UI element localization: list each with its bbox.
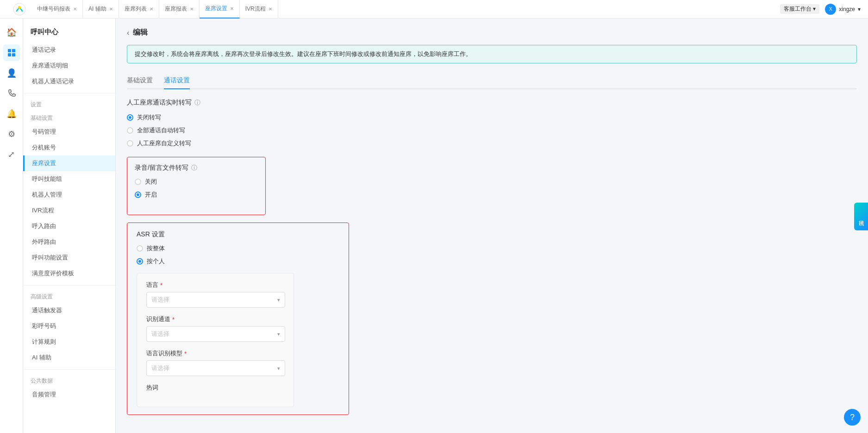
transfer-option-2[interactable]: 人工座席自定义转写 bbox=[127, 139, 857, 148]
asr-option-personal[interactable]: 按个人 bbox=[137, 257, 339, 266]
tab-call-settings[interactable]: 通话设置 bbox=[164, 73, 190, 89]
tab-basic-settings[interactable]: 基础设置 bbox=[127, 73, 153, 89]
dropdown-arrow-icon: ▾ bbox=[813, 6, 816, 12]
realtime-transfer-label: 人工座席通话实时转写 ⓘ bbox=[127, 99, 857, 107]
workspace-badge[interactable]: 客服工作台 ▾ bbox=[780, 4, 819, 14]
channel-select[interactable]: 请选择 ▾ bbox=[146, 326, 285, 342]
sidebar-item-robot-call-records[interactable]: 机器人通话记录 bbox=[23, 74, 115, 89]
model-select[interactable]: 请选择 ▾ bbox=[146, 360, 285, 376]
nav-expand[interactable]: ⤢ bbox=[3, 146, 20, 163]
sidebar-item-outbound-route[interactable]: 外呼路由 bbox=[23, 234, 115, 250]
sidebar-item-agent-settings[interactable]: 座席设置 bbox=[23, 155, 115, 171]
tab-close-icon[interactable]: ✕ bbox=[269, 6, 272, 12]
sidebar-item-agent-call-detail[interactable]: 座席通话明细 bbox=[23, 58, 115, 74]
tab-close-icon[interactable]: ✕ bbox=[109, 6, 113, 12]
divider3 bbox=[23, 369, 115, 370]
icon-nav: 🏠 👤 🔔 ⚙ ⤢ bbox=[0, 19, 23, 433]
svg-rect-5 bbox=[12, 53, 15, 56]
tab-ivr-flow[interactable]: IVR流程 ✕ bbox=[240, 0, 278, 19]
model-label: 语言识别模型 * bbox=[146, 349, 284, 358]
sidebar-item-calc-rule[interactable]: 计算规则 bbox=[23, 334, 115, 350]
radio-unchecked-icon bbox=[127, 140, 133, 147]
svg-point-0 bbox=[13, 3, 25, 15]
topbar: 中继号码报表 ✕ AI 辅助 ✕ 座席列表 ✕ 座席报表 ✕ 座席设置 ✕ IV… bbox=[0, 0, 868, 19]
logo-icon bbox=[13, 3, 26, 16]
sidebar-item-skill-group[interactable]: 呼叫技能组 bbox=[23, 171, 115, 187]
tab-close-icon[interactable]: ✕ bbox=[230, 6, 234, 11]
transfer-option-0[interactable]: 关闭转写 bbox=[127, 113, 857, 122]
nav-grid[interactable] bbox=[3, 44, 20, 61]
section-basic-sub: 基础设置 bbox=[23, 111, 115, 124]
nav-user[interactable]: 👤 bbox=[3, 65, 20, 81]
channel-label: 识别通道 * bbox=[146, 315, 284, 323]
tab-agent-settings[interactable]: 座席设置 ✕ bbox=[200, 0, 240, 19]
sidebar-item-robot-mgmt[interactable]: 机器人管理 bbox=[23, 187, 115, 203]
required-star: * bbox=[172, 316, 175, 323]
tab-agent-list[interactable]: 座席列表 ✕ bbox=[119, 0, 159, 19]
sidebar-title: 呼叫中心 bbox=[23, 24, 115, 42]
svg-rect-3 bbox=[12, 49, 15, 52]
tab-close-icon[interactable]: ✕ bbox=[190, 6, 194, 12]
section-public: 公共数据 bbox=[23, 373, 115, 387]
language-label: 语言 * bbox=[146, 281, 284, 289]
sidebar-item-ai-assist[interactable]: AI 辅助 bbox=[23, 350, 115, 365]
recording-option-close[interactable]: 关闭 bbox=[135, 178, 258, 186]
sidebar-item-satisfaction[interactable]: 满意度评价模板 bbox=[23, 266, 115, 281]
tabs-bar: 中继号码报表 ✕ AI 辅助 ✕ 座席列表 ✕ 座席报表 ✕ 座席设置 ✕ IV… bbox=[7, 0, 278, 19]
user-dropdown-icon: ▾ bbox=[858, 6, 861, 12]
help-float-button[interactable]: ? bbox=[844, 409, 861, 426]
settings-tabs: 基础设置 通话设置 bbox=[127, 73, 857, 89]
sidebar-item-inbound-route[interactable]: 呼入路由 bbox=[23, 218, 115, 234]
asr-option-whole[interactable]: 按整体 bbox=[137, 244, 339, 253]
user-area: 客服工作台 ▾ X xingze ▾ bbox=[780, 4, 861, 15]
tab-agent-report[interactable]: 座席报表 ✕ bbox=[159, 0, 200, 19]
recording-info-icon[interactable]: ⓘ bbox=[191, 164, 197, 172]
radio-unchecked-icon bbox=[137, 245, 143, 252]
sidebar-item-call-records[interactable]: 通话记录 bbox=[23, 42, 115, 58]
sidebar-item-color-ring[interactable]: 彩呼号码 bbox=[23, 318, 115, 334]
asr-label: ASR 设置 bbox=[137, 230, 339, 239]
radio-checked-icon bbox=[135, 192, 141, 198]
sidebar-item-call-trigger[interactable]: 通话触发器 bbox=[23, 303, 115, 318]
radio-checked-icon bbox=[127, 114, 133, 121]
info-icon[interactable]: ⓘ bbox=[194, 99, 200, 107]
nav-phone[interactable] bbox=[3, 85, 20, 102]
tab-close-icon[interactable]: ✕ bbox=[73, 6, 77, 12]
asr-subform: 语言 * 请选择 ▾ 识别通道 * 请选择 ▾ bbox=[137, 273, 294, 407]
radio-unchecked-icon bbox=[127, 127, 133, 134]
nav-home[interactable]: 🏠 bbox=[3, 24, 20, 41]
user-menu[interactable]: X xingze ▾ bbox=[825, 4, 861, 15]
radio-unchecked-icon bbox=[135, 179, 141, 185]
svg-point-1 bbox=[18, 6, 21, 9]
channel-field: 识别通道 * 请选择 ▾ bbox=[146, 315, 284, 342]
model-field: 语言识别模型 * 请选择 ▾ bbox=[146, 349, 284, 376]
sidebar-item-ivr[interactable]: IVR流程 bbox=[23, 203, 115, 218]
tab-relay-report[interactable]: 中继号码报表 ✕ bbox=[31, 0, 83, 19]
sidebar-item-audio-mgmt[interactable]: 音频管理 bbox=[23, 387, 115, 402]
grid-icon bbox=[7, 49, 16, 57]
avatar: X bbox=[825, 4, 836, 15]
nav-bell[interactable]: 🔔 bbox=[3, 105, 20, 122]
section-advanced: 高级设置 bbox=[23, 289, 115, 303]
trial-float-button[interactable]: 试用 bbox=[854, 203, 868, 230]
sidebar-item-extension[interactable]: 分机账号 bbox=[23, 140, 115, 155]
recording-label: 录音/留言文件转写 ⓘ bbox=[135, 164, 258, 172]
chevron-down-icon: ▾ bbox=[277, 331, 280, 337]
main-content: ‹ 编辑 提交修改时，系统会将座席离线，座席再次登录后修改生效。建议在座席下班时… bbox=[116, 19, 868, 433]
sidebar-item-number-mgmt[interactable]: 号码管理 bbox=[23, 124, 115, 140]
sidebar: 呼叫中心 通话记录 座席通话明细 机器人通话记录 设置 基础设置 号码管理 分机… bbox=[23, 19, 116, 433]
recording-option-open[interactable]: 开启 bbox=[135, 191, 258, 199]
svg-rect-4 bbox=[8, 53, 11, 56]
sidebar-item-call-func[interactable]: 呼叫功能设置 bbox=[23, 250, 115, 266]
divider bbox=[23, 93, 115, 93]
back-button[interactable]: ‹ bbox=[127, 29, 129, 37]
recording-section: 录音/留言文件转写 ⓘ 关闭 开启 bbox=[127, 157, 266, 215]
tab-ai-assist[interactable]: AI 辅助 ✕ bbox=[83, 0, 119, 19]
recording-radio-group: 关闭 开启 bbox=[135, 178, 258, 199]
language-select[interactable]: 请选择 ▾ bbox=[146, 292, 285, 308]
nav-settings[interactable]: ⚙ bbox=[3, 126, 20, 142]
transfer-option-1[interactable]: 全部通话自动转写 bbox=[127, 126, 857, 135]
phone-icon bbox=[7, 89, 16, 98]
tab-close-icon[interactable]: ✕ bbox=[150, 6, 153, 12]
page-header: ‹ 编辑 bbox=[127, 28, 857, 37]
